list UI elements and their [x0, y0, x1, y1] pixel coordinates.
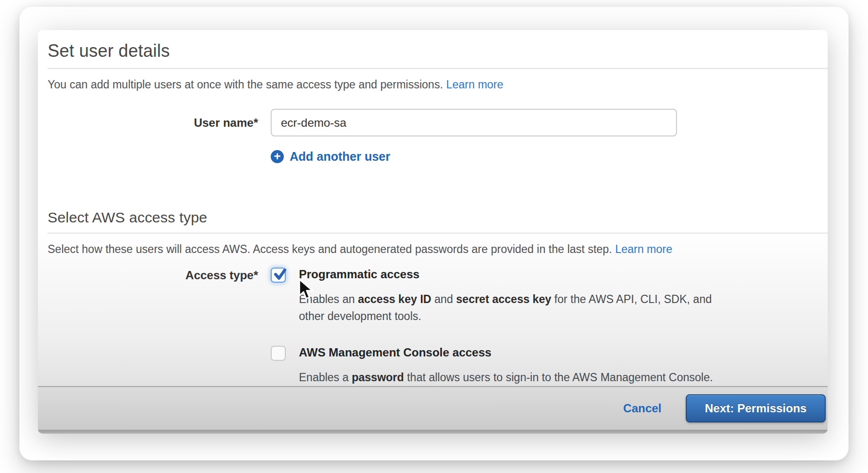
set-user-details-panel: Set user details You can add multiple us… — [38, 30, 828, 434]
user-name-label: User name* — [48, 116, 258, 130]
next-permissions-button[interactable]: Next: Permissions — [686, 394, 826, 422]
app-window: Set user details You can add multiple us… — [19, 7, 849, 460]
access-section-intro: Select how these users will access AWS. … — [48, 242, 818, 256]
console-access-title[interactable]: AWS Management Console access — [299, 345, 713, 360]
access-type-options: Programmatic access Enables an access ke… — [271, 267, 713, 386]
wizard-footer: Cancel Next: Permissions — [38, 386, 828, 434]
wizard-content: Set user details You can add multiple us… — [38, 30, 828, 386]
access-type-label: Access type* — [48, 269, 258, 282]
desc-text: for the AWS API, CLI, SDK, and — [551, 293, 712, 305]
console-access-description: Enables a password that allows users to … — [299, 369, 713, 386]
programmatic-access-body: Programmatic access Enables an access ke… — [299, 267, 712, 325]
section-divider — [48, 68, 828, 69]
learn-more-link[interactable]: Learn more — [615, 243, 673, 255]
console-access-option: AWS Management Console access Enables a … — [271, 345, 713, 386]
programmatic-access-title[interactable]: Programmatic access — [299, 267, 712, 282]
console-access-body: AWS Management Console access Enables a … — [299, 345, 713, 386]
console-access-checkbox[interactable] — [271, 346, 286, 361]
desc-text: and — [431, 293, 456, 305]
add-another-user-button[interactable]: + Add another user — [271, 150, 818, 164]
user-section-intro-text: You can add multiple users at once with … — [48, 78, 443, 91]
desc-bold: access key ID — [358, 293, 431, 305]
checkmark-icon — [273, 267, 287, 282]
programmatic-access-checkbox[interactable] — [271, 268, 286, 283]
programmatic-access-option: Programmatic access Enables an access ke… — [271, 267, 713, 325]
cancel-button[interactable]: Cancel — [623, 402, 661, 415]
desc-text: Enables a — [299, 371, 352, 384]
user-section-intro: You can add multiple users at once with … — [48, 77, 818, 92]
user-name-row: User name* — [48, 109, 818, 136]
programmatic-access-description: Enables an access key ID and secret acce… — [299, 291, 712, 325]
desc-text: Enables an — [299, 293, 358, 305]
learn-more-link[interactable]: Learn more — [446, 78, 503, 91]
page-title: Set user details — [48, 41, 818, 61]
desc-bold: secret access key — [456, 293, 552, 305]
desc-text: other development tools. — [299, 310, 421, 322]
access-section-intro-text: Select how these users will access AWS. … — [48, 243, 612, 255]
user-name-input[interactable] — [271, 109, 677, 136]
desc-bold: password — [352, 371, 404, 384]
plus-circle-icon: + — [271, 150, 284, 163]
desc-text: that allows users to sign-in to the AWS … — [404, 371, 713, 384]
access-type-row: Access type* Programmatic access Enables… — [48, 267, 818, 386]
add-another-user-label[interactable]: Add another user — [290, 150, 390, 164]
section-divider — [48, 233, 828, 234]
access-type-title: Select AWS access type — [48, 209, 818, 226]
